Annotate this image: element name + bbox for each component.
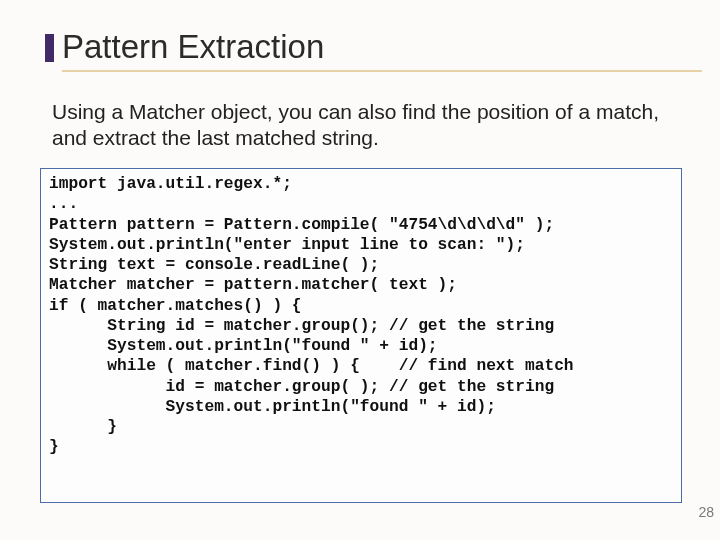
page-number: 28	[698, 504, 714, 520]
title-accent-bar	[44, 33, 55, 63]
title-underline	[62, 70, 702, 72]
code-box: import java.util.regex.*; ... Pattern pa…	[40, 168, 682, 503]
body-text: Using a Matcher object, you can also fin…	[52, 99, 662, 152]
slide: Pattern Extraction Using a Matcher objec…	[0, 0, 720, 540]
slide-title: Pattern Extraction	[62, 28, 324, 66]
code-snippet: import java.util.regex.*; ... Pattern pa…	[49, 174, 673, 458]
